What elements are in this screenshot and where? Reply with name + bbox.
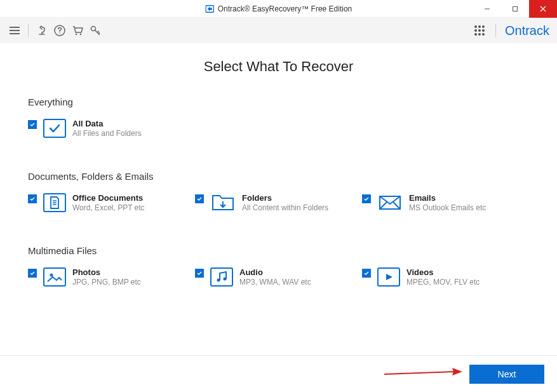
annotation-arrow-icon	[381, 367, 464, 379]
option-folders[interactable]: Folders All Content within Folders	[195, 193, 362, 212]
section-head-everything: Everything	[28, 97, 529, 107]
option-audio[interactable]: Audio MP3, WMA, WAV etc	[195, 267, 362, 287]
option-subtitle: MS Outlook Emails etc	[409, 203, 486, 212]
svg-point-11	[80, 34, 82, 36]
checkbox-videos[interactable]	[362, 269, 371, 278]
title-bar-center: Ontrack® EasyRecovery™ Free Edition	[205, 4, 352, 13]
page-title: Select What To Recover	[28, 58, 529, 75]
option-emails[interactable]: Emails MS Outlook Emails etc	[362, 193, 529, 212]
microscope-icon[interactable]	[35, 24, 49, 37]
svg-marker-23	[386, 274, 393, 280]
option-title: Photos	[72, 267, 141, 277]
svg-line-24	[384, 372, 454, 374]
window-controls	[473, 0, 557, 18]
option-office-documents[interactable]: Office Documents Word, Excel, PPT etc	[28, 193, 195, 212]
checkbox-photos[interactable]	[28, 269, 37, 278]
email-icon	[377, 193, 403, 212]
svg-point-10	[76, 34, 77, 36]
minimize-button[interactable]	[473, 0, 501, 18]
svg-line-19	[393, 202, 400, 209]
option-title: Audio	[239, 267, 311, 277]
window-title: Ontrack® EasyRecovery™ Free Edition	[218, 4, 352, 13]
option-subtitle: MPEG, MOV, FLV etc	[406, 278, 480, 287]
video-icon	[377, 267, 400, 287]
option-photos[interactable]: Photos JPG, PNG, BMP etc	[28, 267, 195, 287]
close-button[interactable]	[529, 0, 557, 18]
document-icon	[43, 193, 66, 212]
svg-point-20	[50, 274, 53, 277]
music-icon	[210, 267, 233, 287]
help-icon[interactable]	[53, 24, 67, 37]
cart-icon[interactable]	[70, 24, 84, 37]
section-everything: Everything All Data All Files and Folder…	[28, 97, 529, 138]
separator	[495, 24, 496, 37]
toolbar: Ontrack	[0, 18, 557, 43]
option-all-data[interactable]: All Data All Files and Folders	[28, 119, 196, 138]
app-icon	[205, 4, 214, 13]
brand-logo: Ontrack	[505, 24, 549, 38]
svg-rect-2	[513, 7, 518, 11]
footer: Next	[0, 355, 557, 392]
svg-point-9	[59, 32, 60, 34]
title-bar: Ontrack® EasyRecovery™ Free Edition	[0, 0, 557, 18]
checkbox-office[interactable]	[28, 194, 37, 203]
menu-icon[interactable]	[8, 24, 22, 37]
separator	[28, 24, 29, 37]
option-title: Office Documents	[72, 193, 145, 203]
option-subtitle: All Content within Folders	[242, 203, 328, 212]
option-title: Emails	[409, 193, 486, 203]
section-documents: Documents, Folders & Emails Office Docum…	[28, 171, 529, 212]
toolbar-right: Ontrack	[473, 24, 549, 38]
option-title: Videos	[406, 267, 480, 277]
apps-grid-icon[interactable]	[473, 24, 487, 37]
maximize-button[interactable]	[501, 0, 529, 18]
option-subtitle: Word, Excel, PPT etc	[72, 203, 145, 212]
folder-icon	[210, 193, 236, 212]
photo-icon	[43, 267, 66, 287]
option-subtitle: MP3, WMA, WAV etc	[239, 278, 311, 287]
section-head-documents: Documents, Folders & Emails	[28, 171, 529, 182]
svg-point-21	[217, 279, 220, 282]
toolbar-left	[8, 24, 102, 37]
option-title: Folders	[242, 193, 328, 203]
key-icon[interactable]	[88, 24, 102, 37]
main-content: Select What To Recover Everything All Da…	[0, 43, 557, 287]
option-title: All Data	[72, 119, 142, 128]
checkbox-emails[interactable]	[362, 194, 371, 203]
check-icon	[43, 119, 66, 138]
checkbox-folders[interactable]	[195, 194, 204, 203]
next-button[interactable]: Next	[469, 365, 544, 384]
svg-line-18	[380, 202, 387, 209]
checkbox-audio[interactable]	[195, 269, 204, 278]
option-videos[interactable]: Videos MPEG, MOV, FLV etc	[362, 267, 529, 287]
section-multimedia: Multimedia Files Photos JPG, PNG, BMP et…	[28, 245, 529, 287]
svg-point-22	[224, 278, 227, 281]
checkbox-all-data[interactable]	[28, 120, 37, 129]
option-subtitle: JPG, PNG, BMP etc	[72, 278, 141, 287]
option-subtitle: All Files and Folders	[72, 129, 142, 138]
section-head-multimedia: Multimedia Files	[28, 245, 529, 256]
svg-marker-25	[452, 368, 462, 375]
